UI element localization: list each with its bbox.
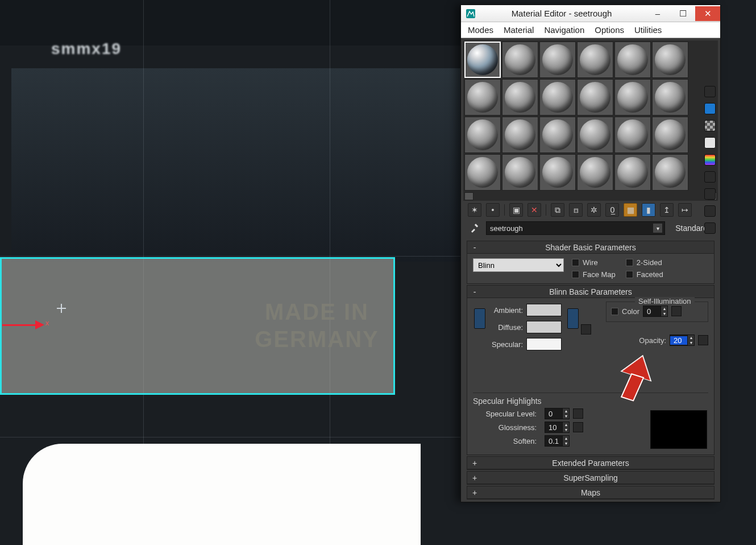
face-map-checkbox[interactable]: Face Map [572, 270, 616, 279]
rollup-header[interactable]: + Extended Parameters [467, 457, 714, 469]
rollup-header[interactable]: + SuperSampling [467, 472, 714, 484]
show-map-in-viewport-icon[interactable]: ▦ [624, 203, 637, 217]
specular-level-spinner[interactable]: 0 ▴▾ [545, 408, 570, 419]
sample-slot[interactable] [614, 154, 651, 191]
make-copy-icon[interactable]: ⧉ [551, 203, 564, 217]
sample-slot[interactable] [577, 42, 613, 78]
sample-slot[interactable] [464, 79, 501, 115]
opacity-map-slot[interactable] [698, 335, 708, 345]
rollup-header[interactable]: - Shader Basic Parameters [467, 241, 714, 254]
material-name-combo[interactable]: seetrough ▾ [486, 221, 665, 235]
sample-slot[interactable] [614, 79, 651, 115]
self-illum-color-checkbox[interactable] [611, 308, 618, 315]
sample-slot[interactable] [577, 117, 613, 153]
wire-checkbox[interactable]: Wire [572, 258, 616, 267]
minimize-button[interactable]: – [645, 6, 670, 21]
material-map-nav-icon[interactable] [704, 222, 716, 234]
sample-slot[interactable] [614, 42, 651, 78]
sample-slot[interactable] [577, 79, 613, 115]
soften-spinner[interactable]: 0.1 ▴▾ [545, 435, 570, 447]
material-editor-window[interactable]: Material Editor - seetrough – ☐ ✕ Modes … [460, 5, 721, 502]
menu-bar[interactable]: Modes Material Navigation Options Utilit… [461, 22, 720, 38]
move-gizmo-center[interactable] [57, 304, 66, 313]
sample-slot[interactable] [652, 79, 688, 115]
reset-map-icon[interactable]: ✕ [527, 203, 541, 217]
sample-slot[interactable] [577, 154, 613, 191]
sample-slot-grid[interactable] [463, 40, 718, 192]
close-button[interactable]: ✕ [695, 6, 720, 21]
sample-slot[interactable] [502, 79, 538, 115]
sample-slot[interactable] [464, 117, 501, 153]
show-end-result-icon[interactable]: ▮ [642, 203, 655, 217]
diffuse-specular-lock-icon[interactable] [567, 308, 579, 329]
self-illum-spinner[interactable]: 0 ▴▾ [643, 305, 668, 317]
make-unique-icon[interactable]: ⧈ [569, 203, 583, 217]
specular-color-swatch[interactable] [526, 338, 562, 350]
sample-slot[interactable] [539, 79, 576, 115]
video-color-check-icon[interactable] [704, 154, 716, 166]
options-icon[interactable] [704, 188, 716, 200]
maximize-button[interactable]: ☐ [670, 6, 695, 21]
sample-slot[interactable] [652, 154, 688, 191]
rollup-header[interactable]: + Maps [467, 486, 714, 499]
self-illumination-group: Self-Illumination Color 0 ▴▾ [606, 302, 708, 322]
glossiness-map-slot[interactable] [573, 422, 583, 432]
go-to-parent-icon[interactable]: ↥ [660, 203, 674, 217]
rollup-maps: + Maps [467, 486, 715, 499]
sample-slot-active[interactable] [464, 42, 501, 78]
sample-slot[interactable] [539, 42, 576, 78]
menu-options[interactable]: Options [595, 25, 624, 35]
ambient-diffuse-lock-icon[interactable] [474, 308, 485, 329]
rollup-header[interactable]: - Blinn Basic Parameters [467, 286, 714, 298]
two-sided-label: 2-Sided [637, 258, 662, 267]
sample-slot[interactable] [614, 117, 651, 153]
sample-slot[interactable] [502, 42, 538, 78]
gizmo-x-axis[interactable]: x [2, 319, 59, 336]
ambient-color-swatch[interactable] [526, 304, 562, 316]
sample-slot[interactable] [539, 154, 576, 191]
sample-slot[interactable] [464, 154, 501, 191]
menu-modes[interactable]: Modes [468, 25, 493, 35]
put-to-library-icon[interactable]: ✲ [587, 203, 601, 217]
background-check-icon[interactable] [704, 120, 716, 131]
sample-grid-scrollbar[interactable] [463, 192, 718, 201]
rollup-title: SuperSampling [563, 473, 618, 482]
faceted-checkbox[interactable]: Faceted [626, 270, 663, 279]
rollup-toggle[interactable]: + [471, 459, 479, 468]
scroll-left-icon[interactable] [464, 192, 473, 200]
diffuse-map-slot[interactable] [581, 324, 591, 335]
sample-slot[interactable] [539, 117, 576, 153]
glossiness-spinner[interactable]: 10 ▴▾ [545, 422, 570, 433]
titlebar[interactable]: Material Editor - seetrough – ☐ ✕ [461, 5, 720, 22]
backlight-icon[interactable] [704, 103, 716, 114]
sample-uv-icon[interactable] [704, 137, 716, 148]
menu-utilities[interactable]: Utilities [634, 25, 662, 35]
chevron-down-icon[interactable]: ▾ [653, 224, 662, 233]
material-id-icon[interactable]: 0̲ [605, 203, 619, 217]
sample-slot[interactable] [652, 117, 688, 153]
rollup-toggle[interactable]: + [471, 473, 479, 482]
menu-material[interactable]: Material [504, 25, 534, 35]
self-illum-map-slot[interactable] [671, 306, 682, 316]
diffuse-color-swatch[interactable] [526, 321, 562, 333]
select-by-material-icon[interactable] [704, 205, 716, 217]
specular-level-map-slot[interactable] [573, 408, 583, 419]
sample-slot[interactable] [652, 42, 688, 78]
shader-type-select[interactable]: Blinn [473, 258, 564, 272]
rollup-toggle[interactable]: + [471, 488, 479, 497]
rollup-toggle[interactable]: - [471, 287, 479, 296]
two-sided-checkbox[interactable]: 2-Sided [626, 258, 663, 267]
get-material-icon[interactable]: ✶ [468, 203, 481, 217]
put-to-scene-icon[interactable]: • [486, 203, 500, 217]
assign-to-selection-icon[interactable]: ▣ [509, 203, 523, 217]
sample-slot[interactable] [502, 117, 538, 153]
pick-material-icon[interactable] [469, 222, 480, 234]
opacity-spinner[interactable]: 20 ▴▾ [670, 335, 695, 346]
sample-type-icon[interactable] [704, 86, 716, 97]
menu-navigation[interactable]: Navigation [544, 25, 584, 35]
make-preview-icon[interactable] [704, 171, 716, 183]
rollup-toggle[interactable]: - [471, 243, 479, 252]
opacity-value[interactable]: 20 [670, 336, 687, 345]
go-forward-sibling-icon[interactable]: ↦ [678, 203, 692, 217]
sample-slot[interactable] [502, 154, 538, 191]
